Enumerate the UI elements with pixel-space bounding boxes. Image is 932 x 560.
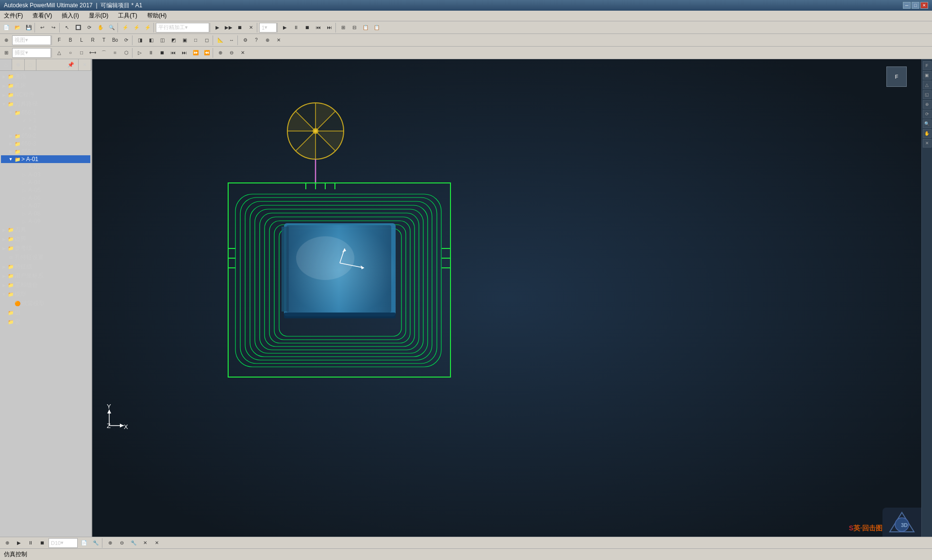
nc-btn7[interactable]: ⏪ [201,48,212,58]
bottom-btn3[interactable]: ⏸ [25,538,36,548]
rt-btn-settings[interactable]: ⊕ [923,100,932,109]
machining-dropdown[interactable]: 平行精加工▾ [156,23,209,33]
tree-item-active[interactable]: ▶📁激活 [1,72,90,81]
tab-explorer[interactable]: △ [0,59,12,70]
toolpath-btn2[interactable]: ⚡ [131,22,142,33]
view3d-btn[interactable]: 🔲 [73,22,83,33]
nc-btn5[interactable]: ⏭ [179,48,190,58]
shade-btn5[interactable]: ▣ [179,35,190,46]
sim-btn1[interactable]: ▶ [280,22,290,33]
tree-item-659-3[interactable]: ▶📁659-3 [1,140,90,148]
misc2-btn2[interactable]: ✕ [273,35,284,46]
tree-item-tools[interactable]: ▶📁刀具 [1,225,90,234]
select-btn[interactable]: ↖ [62,22,72,33]
nc-btn3[interactable]: ⏹ [157,48,167,58]
view-back[interactable]: B [65,35,76,46]
toolpath-btn1[interactable]: ⚡ [120,22,131,33]
tree-item-refline[interactable]: ▶📁参考线 [1,244,90,253]
tab-docs[interactable]: □ [25,59,36,70]
draw-btn1[interactable]: △ [54,48,65,58]
view-right[interactable]: R [87,35,98,46]
tree-item-A-04[interactable]: ▷A-04 [1,179,90,186]
dim-btn[interactable]: ↔ [226,35,237,46]
tree-item-659-1-2[interactable]: ✓● 2 [1,124,90,132]
menu-tools[interactable]: 工具(T) [116,11,139,21]
maximize-button[interactable]: □ [912,2,919,9]
view-left[interactable]: L [76,35,87,46]
rotate-btn[interactable]: ⟳ [84,22,95,33]
tree-item-A-08[interactable]: ▷A-08 [1,210,90,217]
tree-item-A-05[interactable]: ▷A-05 [1,186,90,194]
menu-insert[interactable]: 插入(I) [60,11,81,21]
rt-btn-zoom[interactable]: 🔍 [923,119,932,128]
measure-btn[interactable]: 📐 [215,35,226,46]
hidden-btn[interactable]: ◻ [201,35,212,46]
tree-item-659-2[interactable]: ▶📁659-2 [1,132,90,140]
tree-item-machine[interactable]: ▶📁机床 [1,81,90,90]
menu-view[interactable]: 查看(V) [31,11,54,21]
draw-btn4[interactable]: ⟷ [87,48,98,58]
minimize-button[interactable]: ─ [903,2,911,9]
tree-item-hole[interactable]: ⚙孔特征设置 [1,253,90,262]
new-btn[interactable]: 📄 [1,22,12,33]
bottom-btn4[interactable]: ⏹ [37,538,48,548]
extra-btn1[interactable]: ⊕ [215,48,226,58]
sim-btn2[interactable]: ⏸ [291,22,301,33]
tree-item-layers[interactable]: ▶📁层和组合 [1,280,90,290]
tree-item-659-4[interactable]: ▶📁659-4 [1,148,90,155]
misc-btn4[interactable]: 📋 [371,22,382,33]
misc-btn3[interactable]: 📋 [360,22,371,33]
tree-item-ucs[interactable]: ▶📁用户坐标系 [1,271,90,280]
panel-close[interactable]: ✕ [79,59,91,70]
viewport-3d[interactable]: Y Z X F S英·回击图 3D [92,59,921,537]
view-cube[interactable]: F [886,66,907,87]
sim-btn4[interactable]: ⏮ [313,22,324,33]
draw-btn6[interactable]: ⌗ [110,48,120,58]
menu-display[interactable]: 显示(D) [87,11,111,21]
view-bottom[interactable]: Bo [110,35,120,46]
tree-item-group[interactable]: 📁组 [1,308,90,317]
draw-btn3[interactable]: □ [76,48,87,58]
tree-item-A-03[interactable]: ▷A-03 [1,171,90,179]
panel-pin[interactable]: 📌 [64,59,79,70]
view-top[interactable]: T [99,35,109,46]
bottom-sim2[interactable]: ⊖ [116,538,127,548]
rt-btn-box[interactable]: ◱ [923,90,932,99]
view-iso[interactable]: ⟳ [121,35,132,46]
num-dropdown[interactable]: 1▾ [259,23,277,33]
calc-btn1[interactable]: ▶ [212,22,223,33]
tree-item-featuregroup[interactable]: ▶📁特征组 [1,262,90,271]
rt-btn-pan[interactable]: ✋ [923,129,932,138]
tree-item-659-1-1[interactable]: ✓> 1 [1,116,90,124]
view-front[interactable]: F [54,35,65,46]
sim-btn5[interactable]: ⏭ [324,22,335,33]
zoom-btn[interactable]: 🔍 [106,22,117,33]
tree-item-nc[interactable]: ▶📁NC程序 [1,90,90,99]
toolpath-btn3[interactable]: ⚡ [142,22,153,33]
bottom-sim5[interactable]: ✕ [151,538,162,548]
calc-btn2[interactable]: ▶▶ [223,22,234,33]
bottom-btn1[interactable]: ⊕ [2,538,13,548]
rt-btn-wire[interactable]: △ [923,81,932,89]
tree-item-A-09[interactable]: ▷A-09 [1,217,90,225]
nc-btn6[interactable]: ⏩ [190,48,201,58]
draw-btn2[interactable]: ○ [65,48,76,58]
nc-btn4[interactable]: ⏮ [168,48,179,58]
shade-btn3[interactable]: ◫ [157,35,167,46]
view-dropdown[interactable]: 视图▾ [12,35,51,45]
sim-btn3[interactable]: ⏹ [302,22,313,33]
snap-btn[interactable]: ⊞ [1,48,12,58]
draw-btn5[interactable]: ⌒ [99,48,109,58]
wire-btn[interactable]: □ [190,35,201,46]
nc-btn2[interactable]: ⏸ [146,48,156,58]
bottom-sim3[interactable]: 🔧 [128,538,139,548]
bottom-btn2[interactable]: ▶ [14,538,24,548]
misc-btn2[interactable]: ⊟ [349,22,360,33]
rt-btn-shade[interactable]: ▣ [923,71,932,80]
bottom-btn5[interactable]: 📄 [79,538,89,548]
tree-item-macro[interactable]: 📁宏 [1,317,90,327]
misc2-btn1[interactable]: ⊕ [262,35,273,46]
shade-btn1[interactable]: ◨ [134,35,145,46]
redo-btn[interactable]: ↪ [48,22,59,33]
settings-btn[interactable]: ⚙ [240,35,250,46]
